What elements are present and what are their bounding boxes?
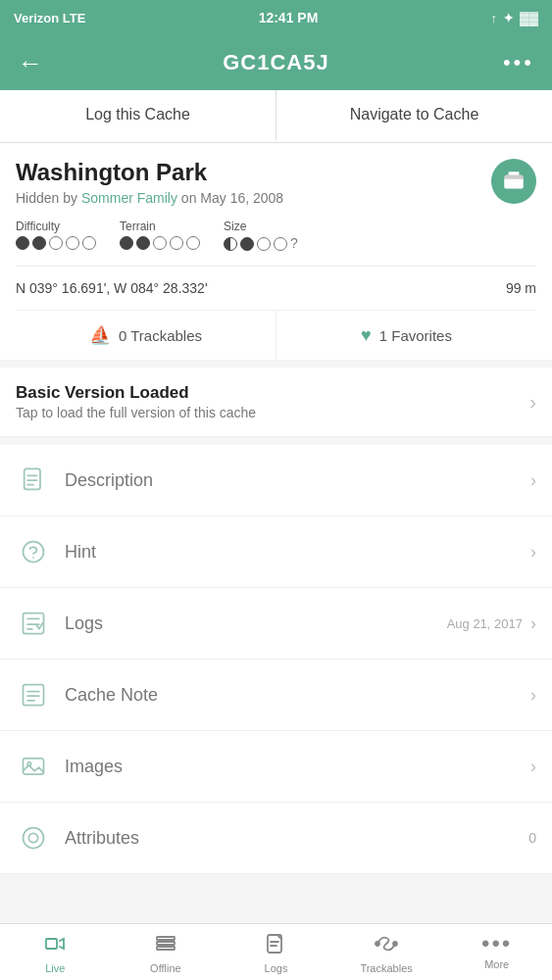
battery-icon: ▓▓ xyxy=(520,11,538,25)
svg-rect-3 xyxy=(25,468,40,489)
dot-4 xyxy=(274,237,287,251)
chevron-right-icon: › xyxy=(529,391,536,414)
svg-rect-9 xyxy=(24,613,44,634)
dot-4 xyxy=(66,236,79,250)
attributes-icon xyxy=(16,820,51,856)
nav-trackables[interactable]: Trackables xyxy=(331,924,442,953)
cache-type-icon xyxy=(491,159,536,204)
page-title: GC1CA5J xyxy=(57,50,495,75)
chevron-icon: › xyxy=(530,685,536,706)
menu-list: Description › Hint › Logs Aug 21, 2017 xyxy=(0,445,552,874)
dot-3 xyxy=(153,236,167,250)
status-icons: ↑ ✦ ▓▓ xyxy=(491,11,538,25)
terrain-rating: Terrain xyxy=(120,220,200,252)
dot-5: ? xyxy=(290,236,306,252)
header: ← GC1CA5J ••• xyxy=(0,35,552,90)
difficulty-dots xyxy=(16,236,96,250)
svg-rect-20 xyxy=(46,939,57,949)
svg-point-18 xyxy=(24,828,44,849)
heart-icon: ♥ xyxy=(361,325,372,346)
dot-1 xyxy=(16,236,29,250)
live-icon xyxy=(43,932,67,953)
bluetooth-icon: ✦ xyxy=(503,11,514,25)
cache-hidden-info: Hidden by Sommer Family on May 16, 2008 xyxy=(16,190,283,206)
attributes-count: 0 xyxy=(528,830,536,846)
hidden-by-link[interactable]: Sommer Family xyxy=(81,190,177,206)
chevron-icon: › xyxy=(530,613,536,634)
trackables-stat[interactable]: ⛵ 0 Trackables xyxy=(16,311,276,360)
svg-rect-12 xyxy=(24,685,44,706)
description-label: Description xyxy=(65,470,530,491)
carrier-label: Verizon LTE xyxy=(14,11,85,25)
svg-rect-22 xyxy=(157,942,175,945)
svg-point-19 xyxy=(28,833,37,842)
svg-point-27 xyxy=(376,942,379,946)
time-label: 12:41 PM xyxy=(259,10,319,25)
logs-label: Logs xyxy=(65,613,447,634)
menu-item-hint[interactable]: Hint › xyxy=(0,516,552,588)
status-bar: Verizon LTE 12:41 PM ↑ ✦ ▓▓ xyxy=(0,0,552,35)
images-icon xyxy=(16,749,51,784)
dot-5 xyxy=(186,236,200,250)
banner-subtitle: Tap to load the full version of this cac… xyxy=(16,405,256,420)
coords-row: N 039° 16.691', W 084° 28.332' 99 m xyxy=(16,266,536,310)
tab-navigate-cache[interactable]: Navigate to Cache xyxy=(276,90,552,142)
terrain-dots xyxy=(120,236,200,250)
cache-note-label: Cache Note xyxy=(65,685,530,706)
chevron-icon: › xyxy=(530,470,536,491)
dot-2 xyxy=(32,236,46,250)
favorites-stat[interactable]: ♥ 1 Favorites xyxy=(276,311,536,360)
svg-point-8 xyxy=(32,557,34,559)
svg-rect-23 xyxy=(157,947,175,950)
tab-log-cache[interactable]: Log this Cache xyxy=(0,90,276,142)
hint-label: Hint xyxy=(65,542,530,563)
menu-item-cache-note[interactable]: Cache Note › xyxy=(0,660,552,731)
images-label: Images xyxy=(65,757,530,777)
nav-logs[interactable]: Logs xyxy=(221,924,331,953)
banner-title: Basic Version Loaded xyxy=(16,383,256,403)
chevron-icon: › xyxy=(530,542,536,563)
hint-icon xyxy=(16,534,51,569)
dot-3 xyxy=(49,236,63,250)
size-dots: ? xyxy=(224,236,306,252)
logs-date: Aug 21, 2017 xyxy=(447,616,523,631)
trackables-icon: ⛵ xyxy=(89,324,111,346)
svg-point-7 xyxy=(24,542,44,563)
dot-1 xyxy=(224,237,237,251)
tab-bar: Log this Cache Navigate to Cache xyxy=(0,90,552,143)
nav-more[interactable]: ••• More xyxy=(441,924,552,953)
nav-live[interactable]: Live xyxy=(0,924,111,953)
cache-name: Washington Park xyxy=(16,159,283,186)
dot-3 xyxy=(257,237,271,251)
more-nav-icon: ••• xyxy=(481,932,512,953)
menu-item-attributes[interactable]: Attributes 0 xyxy=(0,803,552,874)
chevron-icon: › xyxy=(530,757,536,777)
offline-icon xyxy=(154,932,177,953)
location-icon: ↑ xyxy=(491,11,498,25)
more-button[interactable]: ••• xyxy=(495,50,534,75)
coordinates: N 039° 16.691', W 084° 28.332' xyxy=(16,280,208,296)
description-icon xyxy=(16,463,51,498)
size-rating: Size ? xyxy=(224,220,306,252)
svg-rect-2 xyxy=(504,175,524,179)
trackables-nav-icon xyxy=(375,932,398,953)
back-button[interactable]: ← xyxy=(18,48,57,78)
menu-item-description[interactable]: Description › xyxy=(0,445,552,516)
logs-icon xyxy=(16,606,51,641)
basic-version-banner[interactable]: Basic Version Loaded Tap to load the ful… xyxy=(0,368,552,437)
distance: 99 m xyxy=(506,280,536,296)
cache-card: Washington Park Hidden by Sommer Family … xyxy=(0,143,552,360)
logs-nav-icon xyxy=(264,932,287,953)
menu-item-logs[interactable]: Logs Aug 21, 2017 › xyxy=(0,588,552,660)
cache-note-icon xyxy=(16,677,51,712)
nav-offline[interactable]: Offline xyxy=(111,924,222,953)
favorites-count: 1 Favorites xyxy=(379,327,452,344)
dot-2 xyxy=(136,236,150,250)
trackables-count: 0 Trackables xyxy=(119,327,202,344)
attributes-label: Attributes xyxy=(65,828,528,849)
svg-rect-16 xyxy=(24,759,44,774)
bottom-nav: Live Offline Logs xyxy=(0,923,552,953)
ratings-row: Difficulty Terrain Size xyxy=(16,220,536,252)
menu-item-images[interactable]: Images › xyxy=(0,731,552,803)
svg-point-28 xyxy=(393,942,397,946)
